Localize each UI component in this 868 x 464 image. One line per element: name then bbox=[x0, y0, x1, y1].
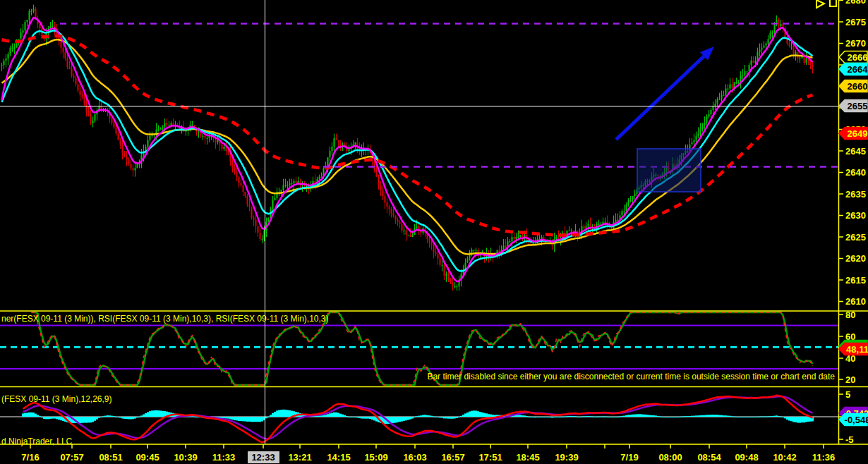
time-label: 11:33 bbox=[212, 452, 236, 463]
macd-hist-bar bbox=[570, 416, 572, 417]
macd-hist-bar bbox=[327, 414, 329, 417]
macd-hist-bar bbox=[49, 417, 52, 419]
macd-hist-bar bbox=[801, 417, 803, 422]
macd-hist-bar bbox=[807, 417, 809, 422]
macd-hist-bar bbox=[270, 415, 272, 417]
macd-hist-bar bbox=[581, 417, 583, 417]
macd-hist-bar bbox=[136, 417, 138, 417]
time-label: 16:03 bbox=[403, 452, 426, 463]
macd-hist-bar bbox=[39, 416, 41, 417]
macd-hist-bar bbox=[519, 415, 522, 417]
macd-hist-bar bbox=[155, 410, 157, 417]
macd-hist-bar bbox=[79, 417, 81, 423]
macd-hist-bar bbox=[761, 417, 763, 417]
macd-hist-bar bbox=[695, 415, 697, 417]
macd-hist-bar bbox=[528, 417, 530, 417]
macd-hist-bar bbox=[769, 416, 771, 417]
macd-hist-bar bbox=[469, 412, 471, 417]
macd-hist-bar bbox=[414, 417, 416, 417]
macd-hist-bar bbox=[532, 417, 534, 417]
macd-hist-bar bbox=[757, 417, 759, 417]
time-label: 12:33 bbox=[251, 452, 275, 463]
time-label: 19:39 bbox=[555, 452, 578, 463]
macd-hist-bar bbox=[663, 417, 665, 417]
macd-hist-bar bbox=[240, 417, 242, 421]
price-tick-2630-label: 2630 bbox=[845, 210, 866, 221]
macd-hist-bar bbox=[143, 415, 145, 417]
time-label: 18:45 bbox=[516, 452, 539, 463]
macd-hist-bar bbox=[130, 417, 132, 419]
macd-hist-bar bbox=[164, 411, 166, 417]
macd-hist-bar bbox=[134, 417, 136, 419]
macd-hist-bar bbox=[145, 413, 147, 417]
macd-hist-bar bbox=[486, 413, 488, 417]
macd-hist-bar bbox=[289, 410, 291, 417]
macd-hist-bar bbox=[697, 415, 699, 417]
macd-hist-bar bbox=[109, 415, 111, 417]
macd-hist-bar bbox=[255, 417, 257, 422]
macd-hist-bar bbox=[653, 415, 655, 417]
macd-hist-bar bbox=[30, 413, 32, 417]
macd-hist-bar bbox=[746, 417, 748, 417]
macd-hist-bar bbox=[680, 417, 682, 417]
macd-hist-bar bbox=[225, 417, 227, 418]
macd-hist-bar bbox=[140, 415, 143, 417]
macd-hist-bar bbox=[458, 417, 460, 417]
macd-hist-bar bbox=[621, 416, 623, 417]
macd-hist-bar bbox=[602, 417, 604, 417]
macd-hist-bar bbox=[397, 417, 399, 422]
macd-hist-bar bbox=[754, 417, 757, 417]
macd-hist-bar bbox=[248, 417, 251, 422]
macd-hist-bar bbox=[424, 415, 426, 417]
macd-hist-bar bbox=[572, 416, 574, 417]
macd-hist-bar bbox=[792, 417, 795, 422]
time-label: 13:21 bbox=[288, 452, 311, 463]
macd-hist-bar bbox=[37, 415, 39, 417]
macd-hist-bar bbox=[693, 416, 695, 417]
macd-hist-bar bbox=[394, 417, 397, 423]
price-tag-2664-label: 2664 bbox=[848, 64, 868, 75]
macd-hist-bar bbox=[723, 415, 725, 417]
time-label: 14:15 bbox=[327, 452, 350, 463]
macd-hist-bar bbox=[752, 417, 754, 417]
macd-hist-bar bbox=[242, 417, 244, 421]
macd-hist-bar bbox=[284, 410, 287, 417]
macd-hist-bar bbox=[333, 413, 335, 417]
macd-hist-bar bbox=[339, 414, 342, 417]
chart-canvas[interactable]: 2680267526702665266026552650264526402635… bbox=[0, 0, 868, 464]
macd-hist-bar bbox=[94, 417, 96, 421]
price-tick-2680-label: 2680 bbox=[845, 0, 866, 6]
macd-hist-bar bbox=[593, 417, 596, 417]
macd-hist-bar bbox=[54, 417, 56, 419]
bar-timer-warning: Bar timer disabled since either you are … bbox=[427, 372, 835, 381]
macd-hist-bar bbox=[460, 416, 462, 417]
macd-hist-bar bbox=[646, 415, 649, 417]
macd-hist-bar bbox=[737, 417, 740, 417]
macd-hist-bar bbox=[81, 417, 83, 423]
macd-hist-bar bbox=[428, 415, 430, 417]
price-tick-2675-label: 2675 bbox=[845, 17, 866, 28]
macd-hist-bar bbox=[763, 417, 765, 417]
macd-hist-bar bbox=[483, 413, 486, 417]
macd-hist-bar bbox=[704, 415, 706, 417]
chart-plot-area[interactable] bbox=[0, 0, 838, 311]
macd-hist-bar bbox=[392, 417, 394, 423]
macd-hist-bar bbox=[543, 417, 545, 417]
macd-hist-bar bbox=[35, 414, 37, 417]
price-tick-2640-label: 2640 bbox=[845, 167, 866, 178]
macd-hist-bar bbox=[699, 415, 701, 417]
macd-hist-bar bbox=[138, 417, 140, 417]
macd-hist-bar bbox=[47, 417, 49, 419]
macd-hist-bar bbox=[555, 417, 557, 417]
price-tick-2625-label: 2625 bbox=[845, 232, 866, 243]
macd-hist-bar bbox=[193, 417, 195, 417]
macd-hist-bar bbox=[153, 410, 155, 417]
macd-hist-bar bbox=[454, 417, 456, 418]
rsi-tick-80-label: 80 bbox=[845, 310, 855, 320]
macd-hist-bar bbox=[598, 417, 600, 417]
price-tag-2660-label: 2660 bbox=[848, 81, 868, 92]
macd-hist-bar bbox=[479, 412, 481, 417]
macd-hist-bar bbox=[574, 416, 577, 417]
time-label: 10:42 bbox=[773, 452, 796, 463]
macd-hist-bar bbox=[325, 415, 327, 417]
